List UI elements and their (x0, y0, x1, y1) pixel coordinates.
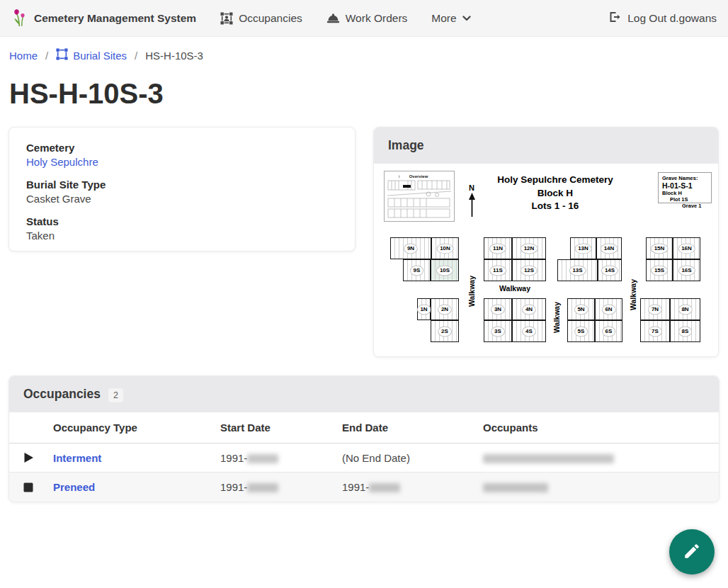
walkway-label: Walkway (629, 279, 637, 310)
map-plot-13n: 13N (570, 237, 596, 259)
plot-label: 8S (678, 326, 693, 337)
map-plot-10n: 10N (431, 237, 459, 259)
breadcrumb-separator: / (135, 50, 137, 62)
plot-label: 7S (648, 326, 662, 337)
svg-text:Overview: Overview (409, 174, 428, 179)
nav-item-work-orders[interactable]: Work Orders (326, 12, 408, 25)
burial-site-type-value: Casket Grave (26, 193, 338, 205)
burial-site-details-card: Cemetery Holy Sepulchre Burial Site Type… (8, 127, 356, 251)
plot-label: 3S (491, 326, 505, 337)
field-label-cemetery: Cemetery (26, 142, 338, 154)
occupancies-frame-person-icon (220, 12, 233, 25)
pencil-edit-icon (683, 542, 701, 562)
map-plot-6n: 6N (595, 298, 622, 320)
plot-label: 4S (522, 326, 536, 337)
occupancy-row-interment: Interment 1991- (No End Date) (9, 443, 719, 473)
map-overview-thumbnail: Overview i (384, 171, 455, 222)
column-occupancy-type: Occupancy Type (53, 422, 220, 434)
map-plot-3n: 3N (484, 298, 512, 320)
map-plot-10s: 10S (431, 259, 459, 281)
occupancy-type-link[interactable]: Preneed (53, 481, 95, 493)
map-plot-7s: 7S (640, 320, 670, 342)
field-label-burial-site-type: Burial Site Type (26, 179, 338, 191)
column-occupants: Occupants (483, 422, 705, 434)
plot-label: 11S (489, 265, 506, 276)
plot-label: 9S (410, 265, 424, 276)
plot-label: 1N (416, 304, 431, 315)
redacted-occupants (483, 483, 548, 492)
plot-label: 16N (678, 243, 695, 254)
nav-item-label: Occupancies (239, 12, 302, 25)
plot-label: 4N (522, 304, 536, 315)
map-title: Holy Sepulchre Cemetery Block H Lots 1 -… (474, 174, 637, 213)
plot-label: 15N (651, 243, 669, 254)
logout-button[interactable]: Log Out d.gowans (608, 11, 717, 26)
column-start-date: Start Date (220, 422, 342, 434)
redacted-start-date (247, 483, 278, 492)
nav-item-occupancies[interactable]: Occupancies (220, 12, 302, 25)
occupancies-card-header: Occupancies 2 (9, 376, 719, 412)
field-label-status: Status (26, 215, 338, 227)
map-plot-14s: 14S (598, 259, 622, 281)
nav-item-label: Work Orders (346, 12, 408, 25)
plot-label: 9N (404, 243, 418, 254)
end-date-value: (No End Date) (342, 452, 483, 464)
plot-label: 5N (574, 304, 588, 315)
occupancies-table-header: Occupancy Type Start Date End Date Occup… (9, 412, 719, 443)
plot-label: 2N (438, 304, 452, 315)
log-out-icon (608, 11, 621, 26)
status-value: Taken (26, 230, 338, 242)
walkway-label: Walkway (467, 276, 476, 307)
image-card: Image Overview i (373, 127, 719, 357)
map-plot-8n: 8N (670, 298, 700, 320)
walkway-label: Walkway (499, 284, 530, 293)
map-plot-12s: 12S (512, 259, 546, 281)
map-plot-1n: 1N (417, 298, 431, 320)
plot-label: 7N (648, 304, 662, 315)
plot-label: 12S (521, 265, 538, 276)
plot-label: 14S (601, 265, 618, 276)
map-plot-12n: 12N (512, 237, 546, 259)
map-plot-5s: 5S (567, 320, 595, 342)
walkway-label: Walkway (552, 302, 561, 333)
map-plot-9n: 9N (390, 237, 431, 259)
breadcrumb-separator: / (45, 50, 48, 62)
plot-label: 6S (602, 326, 616, 337)
breadcrumb-current: HS-H-10S-3 (145, 50, 203, 62)
map-plot-7n: 7N (640, 298, 670, 320)
tulip-flowers-logo-icon (11, 7, 28, 30)
image-card-header: Image (374, 128, 718, 164)
breadcrumb-burial-sites-link[interactable]: Burial Sites (56, 48, 127, 62)
plot-label: 8N (678, 304, 692, 315)
column-end-date: End Date (342, 422, 483, 434)
plot-label: 10N (436, 243, 454, 254)
occupancy-type-link[interactable]: Interment (53, 452, 101, 464)
stop-icon (23, 482, 53, 492)
map-plot-4s: 4S (512, 320, 546, 342)
cemetery-link[interactable]: Holy Sepulchre (26, 156, 98, 168)
map-plot-13s: 13S (557, 259, 598, 281)
cards-row: Cemetery Holy Sepulchre Burial Site Type… (0, 127, 728, 357)
nav-item-label: More (431, 12, 456, 25)
occupancy-row-preneed: Preneed 1991- 1991- (9, 473, 719, 502)
redacted-occupants (483, 454, 614, 463)
start-date-prefix: 1991- (220, 452, 247, 464)
grave-names-legend: Grave Names: H-01-S-1 Block H Plot 1S Gr… (658, 172, 712, 203)
edit-fab-button[interactable] (669, 529, 715, 575)
map-plot-11s: 11S (484, 259, 512, 281)
plot-label: 11N (489, 243, 506, 254)
nav-item-more[interactable]: More (431, 12, 470, 25)
brand-home-link[interactable]: Cemetery Management System (11, 7, 196, 30)
plot-label: 15S (651, 265, 668, 276)
hard-hat-icon (326, 13, 340, 24)
top-navbar: Cemetery Management System Occupancies W… (0, 0, 728, 37)
plot-label: 3N (491, 304, 505, 315)
breadcrumb-burial-sites-label: Burial Sites (73, 50, 127, 62)
redacted-end-date (369, 483, 400, 492)
play-icon (23, 452, 53, 463)
burial-site-frame-icon (56, 48, 68, 62)
start-date-prefix: 1991- (220, 481, 247, 493)
breadcrumb-home-link[interactable]: Home (9, 50, 38, 62)
map-plot-15s: 15S (646, 259, 673, 281)
chevron-down-icon (462, 16, 471, 21)
